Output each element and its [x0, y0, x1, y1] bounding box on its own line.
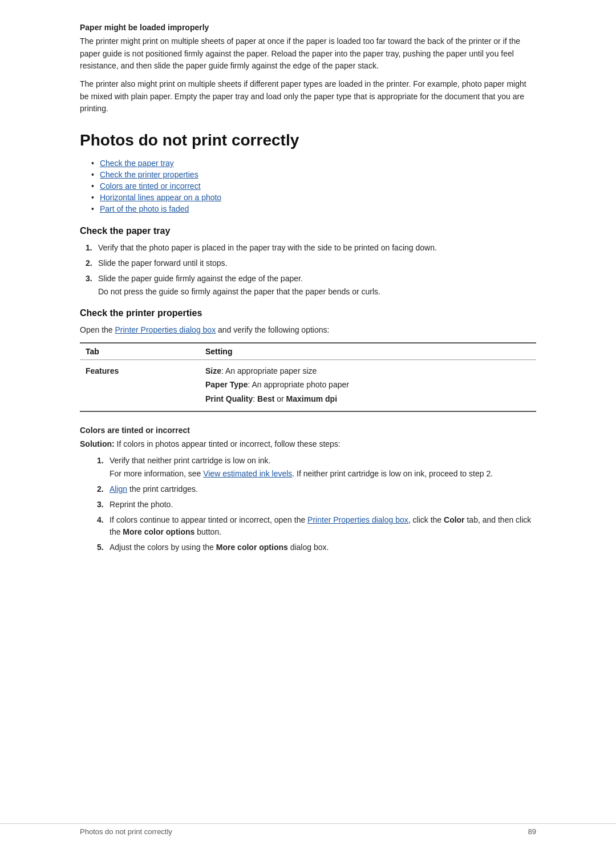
colors-section: Colors are tinted or incorrect Solution:… [80, 426, 536, 553]
solution-text: Solution: If colors in photos appear tin… [80, 438, 536, 450]
intro-para2: The printer also might print on multiple… [80, 78, 536, 115]
bullet-link-list: Check the paper tray Check the printer p… [80, 159, 536, 213]
list-item: Check the paper tray [91, 159, 536, 168]
step-num: 5. [97, 541, 110, 553]
step-text: Slide the paper guide firmly against the… [98, 273, 536, 298]
step-num: 3. [86, 273, 98, 285]
footer-right: 89 [528, 827, 536, 836]
step-num: 1. [97, 455, 110, 467]
printer-props-table: Tab Setting Features Size: An appropriat… [80, 342, 536, 412]
step-text: If colors continue to appear tinted or i… [110, 514, 536, 538]
table-col-tab: Tab [80, 347, 194, 356]
colors-step-5: 5. Adjust the colors by using the More c… [97, 541, 536, 553]
footer-left: Photos do not print correctly [80, 827, 172, 836]
colors-step-1: 1. Verify that neither print cartridge i… [97, 455, 536, 480]
section-title: Photos do not print correctly [80, 131, 536, 149]
intro-heading: Paper might be loaded improperly [80, 23, 536, 32]
page-footer: Photos do not print correctly 89 [0, 823, 616, 836]
list-item: Part of the photo is faded [91, 204, 536, 213]
link-part-faded[interactable]: Part of the photo is faded [100, 204, 189, 213]
step-1: 1. Verify that the photo paper is placed… [86, 242, 536, 254]
colors-title: Colors are tinted or incorrect [80, 426, 536, 435]
link-colors-tinted[interactable]: Colors are tinted or incorrect [100, 181, 201, 191]
table-cell-tab: Features [80, 365, 194, 377]
list-item: Colors are tinted or incorrect [91, 181, 536, 191]
step-text: Verify that neither print cartridge is l… [110, 455, 536, 480]
setting-paper-type: Paper Type: An appropriate photo paper [205, 378, 536, 391]
step-text: Reprint the photo. [110, 499, 536, 511]
setting-size: Size: An appropriate paper size [205, 365, 536, 377]
list-item: Check the printer properties [91, 170, 536, 179]
step-num: 2. [97, 483, 110, 495]
step-num: 4. [97, 514, 110, 526]
table-header-row: Tab Setting [80, 343, 536, 360]
colors-steps: 1. Verify that neither print cartridge i… [80, 455, 536, 553]
printer-props-intro: Open the Printer Properties dialog box a… [80, 324, 536, 337]
step-num: 2. [86, 257, 98, 269]
step-3: 3. Slide the paper guide firmly against … [86, 273, 536, 298]
printer-props-link[interactable]: Printer Properties dialog box [115, 325, 216, 334]
check-paper-tray-section: Check the paper tray 1. Verify that the … [80, 226, 536, 298]
step-main: Slide the paper guide firmly against the… [98, 274, 303, 283]
check-printer-props-section: Check the printer properties Open the Pr… [80, 308, 536, 412]
colors-step-4: 4. If colors continue to appear tinted o… [97, 514, 536, 538]
step-text: Verify that the photo paper is placed in… [98, 242, 536, 254]
step-text: Adjust the colors by using the More colo… [110, 541, 536, 553]
link-check-paper-tray[interactable]: Check the paper tray [100, 159, 174, 168]
table-col-setting: Setting [194, 347, 536, 356]
view-ink-levels-link[interactable]: View estimated ink levels [203, 469, 292, 478]
align-link[interactable]: Align [110, 484, 127, 494]
step-2: 2. Slide the paper forward until it stop… [86, 257, 536, 269]
intro-para1: The printer might print on multiple shee… [80, 35, 536, 72]
page-content: Paper might be loaded improperly The pri… [0, 0, 616, 609]
link-horizontal-lines[interactable]: Horizontal lines appear on a photo [100, 193, 221, 202]
check-paper-tray-steps: 1. Verify that the photo paper is placed… [80, 242, 536, 298]
step-sub: Do not press the guide so firmly against… [98, 286, 536, 298]
check-paper-tray-title: Check the paper tray [80, 226, 536, 236]
table-cell-setting: Size: An appropriate paper size Paper Ty… [194, 365, 536, 406]
table-body-row: Features Size: An appropriate paper size… [80, 360, 536, 411]
link-check-printer-props[interactable]: Check the printer properties [100, 170, 198, 179]
printer-props-dialog-link[interactable]: Printer Properties dialog box [307, 515, 408, 524]
colors-step-3: 3. Reprint the photo. [97, 499, 536, 511]
step-text: Align the print cartridges. [110, 483, 536, 495]
colors-step-2: 2. Align the print cartridges. [97, 483, 536, 495]
setting-print-quality: Print Quality: Best or Maximum dpi [205, 393, 536, 405]
check-printer-props-title: Check the printer properties [80, 308, 536, 318]
step-num: 1. [86, 242, 98, 254]
step-text: Slide the paper forward until it stops. [98, 257, 536, 269]
step-num: 3. [97, 499, 110, 511]
intro-section: Paper might be loaded improperly The pri… [80, 23, 536, 115]
list-item: Horizontal lines appear on a photo [91, 193, 536, 202]
step-sub: For more information, see View estimated… [110, 468, 536, 480]
